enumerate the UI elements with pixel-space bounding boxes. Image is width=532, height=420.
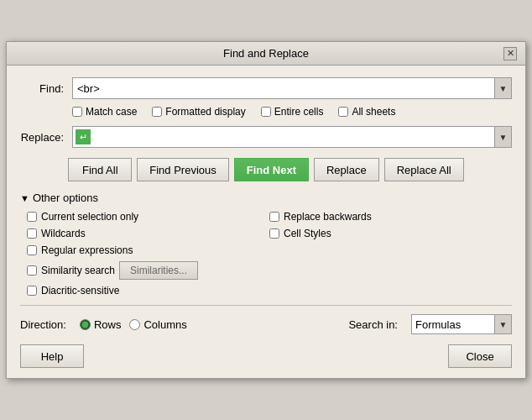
dialog-close-button[interactable]: Close bbox=[448, 344, 512, 368]
find-next-button[interactable]: Find Next bbox=[234, 158, 309, 181]
match-case-checkbox[interactable]: Match case bbox=[72, 106, 137, 118]
replace-all-button[interactable]: Replace All bbox=[384, 158, 464, 181]
cell-styles-label: Cell Styles bbox=[284, 228, 331, 239]
rows-radio[interactable]: Rows bbox=[80, 318, 122, 331]
similarity-search-label: Similarity search bbox=[41, 265, 115, 276]
all-sheets-checkbox[interactable]: All sheets bbox=[338, 106, 395, 118]
find-replace-dialog: Find and Replace ✕ Find: ▼ Match case Fo… bbox=[6, 41, 526, 379]
replace-backwards-label: Replace backwards bbox=[284, 211, 372, 223]
entire-cells-checkbox[interactable]: Entire cells bbox=[261, 106, 324, 118]
similarities-button[interactable]: Similarities... bbox=[119, 261, 198, 280]
other-options-header[interactable]: ▼ Other options bbox=[20, 192, 512, 204]
footer-row: Help Close bbox=[20, 344, 512, 368]
rows-label: Rows bbox=[94, 318, 122, 331]
wildcards-checkbox[interactable]: Wildcards bbox=[27, 228, 269, 239]
find-input-wrapper: ▼ bbox=[72, 77, 512, 99]
search-in-dropdown-icon[interactable]: ▼ bbox=[494, 315, 511, 333]
entire-cells-label: Entire cells bbox=[274, 106, 324, 118]
replace-input-wrapper: ↵ ▼ bbox=[72, 126, 512, 148]
search-in-wrapper: Formulas Values Notes ▼ bbox=[411, 314, 512, 334]
title-bar: Find and Replace ✕ bbox=[7, 42, 525, 66]
columns-label: Columns bbox=[143, 318, 186, 331]
bottom-row: Direction: Rows Columns Search in: Formu… bbox=[20, 314, 512, 334]
checkboxes-row: Match case Formatted display Entire cell… bbox=[72, 106, 512, 118]
similarity-row: Similarity search Similarities... bbox=[27, 261, 269, 280]
options-grid: Current selection only Wildcards Regular… bbox=[27, 211, 512, 297]
replace-dropdown-button[interactable]: ▼ bbox=[494, 127, 511, 147]
find-dropdown-button[interactable]: ▼ bbox=[494, 78, 511, 98]
close-icon[interactable]: ✕ bbox=[503, 47, 517, 60]
find-label: Find: bbox=[20, 82, 72, 95]
match-case-label: Match case bbox=[86, 106, 137, 118]
formatted-display-label: Formatted display bbox=[165, 106, 245, 118]
search-in-select[interactable]: Formulas Values Notes bbox=[412, 315, 494, 333]
current-selection-label: Current selection only bbox=[41, 211, 138, 223]
similarity-search-checkbox[interactable]: Similarity search bbox=[27, 265, 115, 276]
replace-input[interactable] bbox=[93, 127, 494, 147]
formatted-display-checkbox[interactable]: Formatted display bbox=[152, 106, 245, 118]
direction-label: Direction: bbox=[20, 318, 66, 331]
collapse-arrow-icon: ▼ bbox=[20, 193, 29, 203]
divider bbox=[20, 305, 512, 306]
replace-backwards-checkbox[interactable]: Replace backwards bbox=[269, 211, 512, 223]
button-row: Find All Find Previous Find Next Replace… bbox=[20, 158, 512, 181]
regular-expressions-label: Regular expressions bbox=[41, 244, 133, 256]
options-left-col: Current selection only Wildcards Regular… bbox=[27, 211, 269, 297]
replace-label: Replace: bbox=[20, 131, 72, 144]
search-in-label: Search in: bbox=[348, 318, 398, 331]
all-sheets-label: All sheets bbox=[352, 106, 395, 118]
replace-button[interactable]: Replace bbox=[314, 158, 379, 181]
wildcards-label: Wildcards bbox=[41, 228, 86, 239]
help-button[interactable]: Help bbox=[20, 344, 84, 368]
other-options-label: Other options bbox=[33, 192, 98, 204]
replace-enter-icon: ↵ bbox=[76, 129, 91, 144]
columns-radio[interactable]: Columns bbox=[129, 318, 186, 331]
find-previous-button[interactable]: Find Previous bbox=[137, 158, 228, 181]
options-right-col: Replace backwards Cell Styles bbox=[269, 211, 512, 297]
find-input[interactable] bbox=[73, 78, 494, 98]
replace-row: Replace: ↵ ▼ bbox=[20, 126, 512, 148]
regular-expressions-checkbox[interactable]: Regular expressions bbox=[27, 244, 269, 256]
current-selection-checkbox[interactable]: Current selection only bbox=[27, 211, 269, 223]
find-all-button[interactable]: Find All bbox=[68, 158, 132, 181]
dialog-title: Find and Replace bbox=[29, 47, 503, 60]
diacritic-sensitive-checkbox[interactable]: Diacritic-sensitive bbox=[27, 285, 269, 297]
dialog-body: Find: ▼ Match case Formatted display Ent… bbox=[7, 66, 525, 378]
other-options-section: ▼ Other options Current selection only W… bbox=[20, 192, 512, 297]
find-row: Find: ▼ bbox=[20, 77, 512, 99]
cell-styles-checkbox[interactable]: Cell Styles bbox=[269, 228, 512, 239]
diacritic-sensitive-label: Diacritic-sensitive bbox=[41, 285, 119, 297]
